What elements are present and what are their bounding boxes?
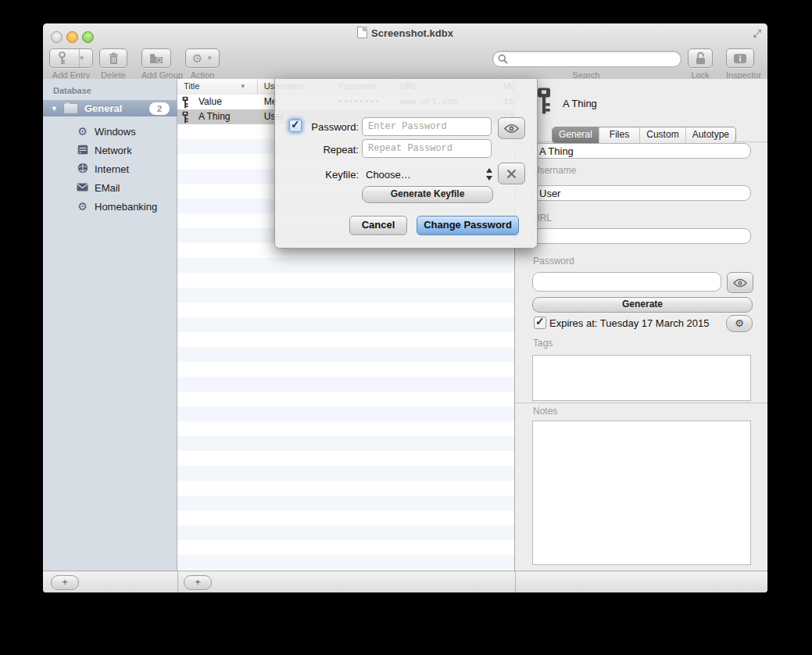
stepper-icon[interactable] — [486, 167, 493, 181]
key-icon — [58, 52, 66, 65]
document-icon — [357, 27, 367, 38]
expires-label: Expires at: Tuesday 17 March 2015 — [549, 317, 710, 329]
sidebar-item-internet[interactable]: Internet — [43, 159, 177, 178]
expiry-options-button[interactable]: ⚙ — [726, 315, 753, 332]
tab-custom[interactable]: Custom — [640, 127, 685, 143]
trash-icon — [109, 52, 119, 65]
clear-keyfile-button[interactable] — [498, 163, 525, 184]
key-icon — [181, 111, 189, 123]
info-icon — [733, 53, 747, 64]
unlock-icon — [695, 52, 706, 65]
gear-icon: ⚙ — [76, 201, 89, 212]
folder-plus-icon — [149, 53, 163, 64]
app-window: Screenshot.kdbx ⤢ ▼ Add Entry Delete Add… — [43, 23, 767, 592]
inspector-entry-title: A Thing — [563, 98, 597, 109]
generate-keyfile-button[interactable]: Generate Keyfile — [362, 186, 493, 203]
window-chrome: Screenshot.kdbx ⤢ ▼ Add Entry Delete Add… — [43, 23, 767, 80]
chevron-down-icon: ▼ — [206, 55, 213, 62]
eye-icon — [733, 278, 747, 288]
add-entry-plus-button[interactable]: + — [184, 575, 212, 590]
notes-input[interactable] — [532, 421, 751, 565]
server-icon — [76, 145, 89, 156]
password-field[interactable] — [532, 272, 721, 292]
sidebar-item-windows[interactable]: ⚙ Windows — [43, 122, 177, 141]
inspector-group: Inspector — [726, 48, 754, 77]
sheet-password-label: Password: — [284, 121, 359, 133]
url-field[interactable] — [532, 228, 751, 244]
inspector-button[interactable] — [726, 48, 754, 68]
delete-group: Delete — [99, 48, 127, 77]
title-field[interactable] — [532, 143, 751, 159]
sidebar-section-header: Database — [53, 86, 91, 95]
add-group-button[interactable] — [141, 48, 171, 68]
sheet-reveal-password-button[interactable] — [498, 117, 525, 139]
search-input[interactable] — [512, 52, 675, 66]
sort-descending-icon: ▼ — [240, 79, 246, 94]
sidebar-group-label: General — [84, 102, 122, 114]
fullscreen-icon[interactable]: ⤢ — [753, 27, 761, 40]
change-password-sheet: Password: Repeat: Keyfile: Choose… Gener… — [274, 79, 538, 249]
column-header-title[interactable]: Title▼ — [177, 79, 258, 95]
keyfile-popup[interactable]: Choose… — [366, 169, 411, 181]
inspector-tabs: General Files Custom Autotype — [552, 127, 736, 144]
gear-icon: ⚙ — [735, 317, 744, 329]
tab-autotype[interactable]: Autotype — [686, 127, 735, 143]
bottom-bar: + + — [43, 571, 767, 592]
lock-button[interactable] — [688, 48, 713, 68]
tab-files[interactable]: Files — [599, 127, 641, 143]
sidebar-item-homebanking[interactable]: ⚙ Homebanking — [43, 197, 177, 216]
tags-label: Tags — [533, 338, 553, 349]
inspector-panel: A Thing General Files Custom Autotype Us… — [515, 79, 767, 571]
window-title: Screenshot.kdbx — [43, 27, 767, 39]
reveal-password-button[interactable] — [727, 272, 753, 293]
tags-input[interactable] — [532, 355, 751, 401]
desktop: { "window": { "title": "Screenshot.kdbx"… — [0, 0, 812, 655]
username-field[interactable] — [532, 185, 751, 201]
disclosure-triangle-icon[interactable]: ▼ — [51, 105, 58, 113]
notes-label: Notes — [533, 406, 557, 417]
sheet-keyfile-label: Keyfile: — [284, 169, 359, 181]
search-icon — [498, 54, 508, 64]
expires-checkbox[interactable] — [534, 317, 546, 329]
sidebar-item-network[interactable]: Network — [43, 141, 177, 159]
folder-icon — [63, 103, 78, 114]
lock-group: Lock — [688, 48, 713, 77]
sidebar-group-general[interactable]: ▼ General 2 — [43, 100, 177, 116]
delete-button[interactable] — [99, 48, 127, 68]
add-entry-button[interactable]: ▼ — [49, 48, 93, 68]
entry-count-badge: 2 — [149, 102, 170, 115]
generate-password-button[interactable]: Generate — [532, 297, 753, 313]
change-password-button[interactable]: Change Password — [417, 216, 519, 235]
add-entry-group: ▼ Add Entry — [49, 48, 93, 77]
add-group-plus-button[interactable]: + — [51, 575, 79, 590]
sheet-repeat-label: Repeat: — [284, 144, 359, 156]
gear-icon: ⚙ — [192, 52, 202, 66]
sheet-repeat-input[interactable] — [362, 139, 492, 158]
key-icon — [181, 96, 189, 109]
gear-icon: ⚙ — [76, 126, 89, 137]
sidebar-item-email[interactable]: EMail — [43, 178, 177, 197]
close-icon — [506, 169, 517, 179]
globe-icon — [76, 163, 89, 175]
key-icon — [535, 87, 553, 115]
sidebar: Database ▼ General 2 ⚙ Windows Network I… — [43, 79, 177, 571]
add-group-group: Add Group — [141, 48, 171, 77]
action-group: ⚙ ▼ Action — [185, 48, 220, 77]
tab-general[interactable]: General — [553, 127, 599, 143]
username-label: Username — [533, 165, 576, 176]
action-button[interactable]: ⚙ ▼ — [185, 48, 220, 68]
envelope-icon — [76, 182, 89, 193]
cancel-button[interactable]: Cancel — [349, 216, 407, 235]
eye-icon — [504, 123, 519, 134]
search-field[interactable] — [492, 51, 681, 67]
sheet-password-input[interactable] — [362, 117, 492, 136]
password-label: Password — [533, 256, 574, 267]
